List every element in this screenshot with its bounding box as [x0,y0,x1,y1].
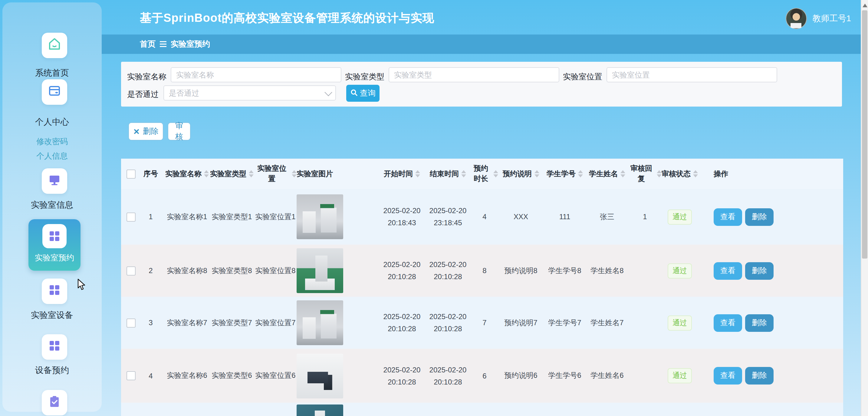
table-row [121,403,843,416]
cell-note: XXX [498,189,544,245]
status-badge: 通过 [668,368,692,383]
cell-seq: 2 [137,245,165,297]
sidebar-item-profile[interactable] [42,79,67,105]
sort-icon[interactable] [534,170,539,177]
scrollbar[interactable] [861,0,868,416]
col-header-duration[interactable]: 预约时长 [471,159,498,189]
col-header-review-status[interactable]: 审核状态 [661,159,698,189]
search-button[interactable]: 查询 [346,85,379,102]
sort-icon[interactable] [292,170,297,177]
close-icon: ✕ [133,127,140,135]
view-button[interactable]: 查看 [714,367,742,385]
sort-icon[interactable] [249,170,254,177]
sort-icon[interactable] [204,170,209,177]
row-checkbox[interactable] [126,371,135,380]
cell-review-reply: 1 [628,189,661,245]
sort-icon[interactable] [493,170,498,177]
filter-pass-select-value[interactable] [163,85,336,100]
cell-lab-name: 实验室名称8 [165,245,210,297]
row-delete-button[interactable]: 删除 [745,208,774,226]
filter-type-input[interactable] [389,67,559,82]
card-icon [47,84,62,100]
sidebar-item-lab-reservation-label: 实验室预约 [35,252,74,263]
view-button[interactable]: 查看 [714,314,742,331]
scroll-up-arrow-icon[interactable] [863,4,867,7]
col-header-review-reply[interactable]: 审核回复 [628,159,661,189]
select-all-checkbox[interactable] [126,169,135,178]
cell-lab-type: 实验室类型8 [210,245,254,297]
filter-name-label: 实验室名称 [127,71,166,82]
search-icon [350,89,358,98]
sidebar-item-lab-equipment[interactable] [42,278,67,304]
col-header-end-time[interactable]: 结束时间 [425,159,471,189]
sidebar-link-change-password[interactable]: 修改密码 [4,136,100,147]
scrollbar-thumb[interactable] [862,10,867,259]
col-header-lab-location[interactable]: 实验室位置 [254,159,297,189]
sidebar-item-equipment-reservation[interactable] [42,334,67,360]
view-button[interactable]: 查看 [714,208,742,226]
lab-photo[interactable] [297,353,343,398]
filter-location-label: 实验室位置 [563,71,602,82]
sidebar-item-lab-info[interactable] [42,168,67,194]
review-button[interactable]: 审核 [168,122,191,141]
sort-icon[interactable] [657,170,661,177]
filter-name-input[interactable] [171,67,341,82]
filter-panel: 实验室名称 实验室类型 实验室位置 是否通过 查询 [121,62,842,107]
cell-lab-name: 实验室名称6 [165,349,210,403]
breadcrumb-home[interactable]: 首页 [140,39,156,50]
lab-photo[interactable] [297,248,343,293]
cell-student-name: 张三 [586,189,628,245]
sidebar-item-approval[interactable] [42,390,67,415]
delete-button[interactable]: ✕ 删除 [128,122,163,141]
cell-lab-location: 实验室位置7 [254,297,297,349]
sidebar-item-home-label[interactable]: 系统首页 [4,68,100,79]
sort-icon[interactable] [693,170,698,177]
row-checkbox[interactable] [126,212,135,221]
row-delete-button[interactable]: 删除 [745,367,774,385]
user-menu[interactable]: 教师工号1 [786,8,851,29]
table-header-row: 序号 实验室名称 实验室类型 实验室位置 实验室图片 开始时间 结束时间 预约时… [121,159,843,189]
sort-icon[interactable] [461,170,466,177]
sort-icon[interactable] [578,170,583,177]
sidebar-item-home[interactable] [42,33,67,58]
row-delete-button[interactable]: 删除 [745,314,774,331]
lab-photo[interactable] [297,405,343,416]
sidebar-item-lab-info-label[interactable]: 实验室信息 [4,200,100,211]
col-header-start-time[interactable]: 开始时间 [379,159,425,189]
filter-location-input[interactable] [607,67,777,82]
row-delete-button[interactable]: 删除 [745,262,774,279]
col-header-lab-type[interactable]: 实验室类型 [210,159,254,189]
table-row: 1 实验室名称1 实验室类型1 实验室位置1 2025-02-2020:18:4… [121,189,843,245]
col-header-lab-photo: 实验室图片 [297,159,379,189]
sidebar-item-profile-label[interactable]: 个人中心 [4,117,100,128]
user-avatar[interactable] [786,8,807,29]
view-button[interactable]: 查看 [714,262,742,279]
lab-photo[interactable] [297,300,343,345]
sidebar-link-personal-info[interactable]: 个人信息 [4,151,100,162]
clipboard-check-icon [47,394,62,411]
sort-icon[interactable] [620,170,625,177]
status-badge: 通过 [668,209,692,224]
cell-student-no: 学生学号8 [544,245,586,297]
col-header-student-no[interactable]: 学生学号 [544,159,586,189]
row-checkbox[interactable] [126,266,135,275]
sidebar-item-lab-reservation[interactable]: 实验室预约 [28,219,81,271]
cell-lab-name: 实验室名称1 [165,189,210,245]
lab-photo[interactable] [297,195,343,239]
app-window: 系统首页 个人中心 修改密码 个人信息 实验室信息 [0,0,868,416]
col-header-note[interactable]: 预约说明 [498,159,544,189]
sidebar-item-equipment-reservation-label[interactable]: 设备预约 [4,365,100,376]
cell-note: 预约说明6 [498,349,544,403]
cell-lab-type: 实验室类型7 [210,297,254,349]
sidebar-item-lab-equipment-label[interactable]: 实验室设备 [4,310,100,321]
row-checkbox[interactable] [126,318,135,327]
breadcrumb-separator-icon [160,41,166,47]
col-header-student-name[interactable]: 学生姓名 [586,159,628,189]
user-name: 教师工号1 [812,13,851,24]
monitor-icon [47,173,62,189]
filter-pass-select[interactable] [163,85,336,100]
table-row: 3 实验室名称7 实验室类型7 实验室位置7 2025-02-2020:10:2… [121,297,843,349]
col-header-lab-name[interactable]: 实验室名称 [165,159,210,189]
sort-icon[interactable] [415,170,420,177]
cell-lab-type: 实验室类型6 [210,349,254,403]
